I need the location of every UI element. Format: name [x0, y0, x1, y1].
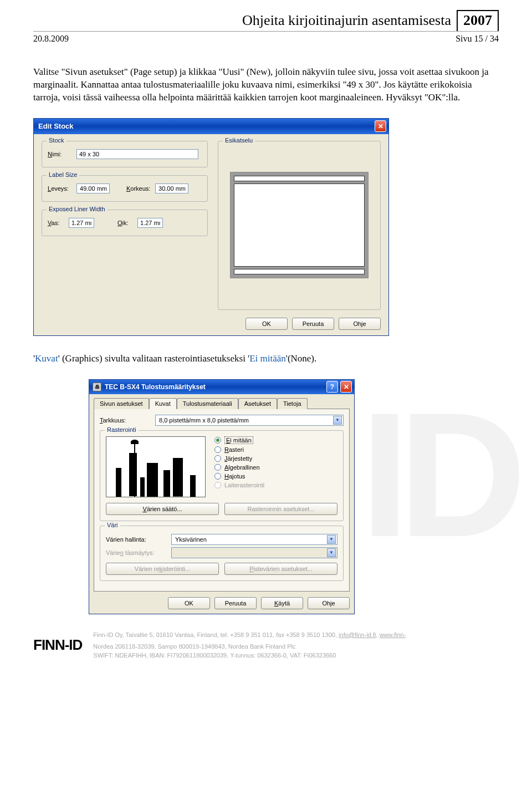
dialog-titlebar: Edit Stock ✕: [34, 119, 388, 134]
labelsize-legend: Label Size: [47, 171, 79, 178]
chevron-down-icon: ▼: [327, 548, 336, 557]
print-preferences-dialog: 🖶 TEC B-SX4 Tulostusmääritykset ? ✕ Sivu…: [89, 379, 355, 614]
dialog2-title: TEC B-SX4 Tulostusmääritykset: [105, 383, 206, 391]
leveys-input[interactable]: [76, 184, 110, 193]
pistevarien-asetukset-button: Pistevärien asetukset...: [224, 563, 337, 575]
label-size-group: Label Size Leveys: Korkeus:: [42, 175, 208, 202]
chevron-down-icon: ▼: [327, 535, 336, 544]
footer-www-link[interactable]: www.finn-: [380, 631, 406, 638]
radio-jarjestetty[interactable]: Järjestetty: [214, 455, 264, 462]
liner-group: Exposed Liner Width Vas: Oik:: [42, 210, 208, 236]
header-page: Sivu 15 / 34: [456, 34, 499, 44]
cancel-button[interactable]: Peruuta: [292, 318, 334, 330]
tab-sivun-asetukset[interactable]: Sivun asetukset: [94, 398, 149, 409]
oik-label: Oik:: [117, 220, 134, 226]
cancel-button[interactable]: Peruuta: [214, 597, 257, 609]
help-button[interactable]: Ohje: [308, 597, 350, 609]
help-button[interactable]: Ohje: [339, 318, 381, 330]
radio-algebrallinen[interactable]: Algebrallinen: [214, 464, 264, 471]
header-title: Ohjeita kirjoitinajurin asentamisesta: [242, 10, 457, 31]
vas-input[interactable]: [69, 218, 94, 228]
vari-legend: Väri: [105, 522, 120, 528]
nimi-label: Nimi:: [48, 151, 73, 157]
varien-tasmaytys-label: Värien täsmäytys:: [106, 549, 167, 556]
dialog-title: Edit Stock: [38, 122, 74, 130]
ei-mitaan-text: Ei mitään: [249, 353, 286, 364]
korkeus-input[interactable]: [155, 184, 188, 193]
header-year: 2007: [457, 10, 499, 31]
vari-group: Väri Värien hallinta: Yksivärinen ▼ Väri…: [100, 526, 344, 581]
tab-tulostusmateriaali[interactable]: Tulostusmateriaali: [177, 398, 238, 409]
paragraph-2: 'Kuvat' (Graphics) sivulta valitaan rast…: [33, 353, 499, 365]
tab-strip: Sivun asetukset Kuvat Tulostusmateriaali…: [94, 398, 350, 409]
stock-legend: Stock: [47, 137, 66, 144]
radio-ei-mitaan[interactable]: Ei mitään: [214, 436, 264, 444]
watermark: ID: [360, 373, 515, 577]
dialog2-titlebar: 🖶 TEC B-SX4 Tulostusmääritykset ? ✕: [89, 380, 354, 394]
close-icon[interactable]: ✕: [375, 120, 386, 132]
korkeus-label: Korkeus:: [126, 185, 152, 192]
finn-id-logo: FINN-ID: [33, 636, 82, 654]
varien-hallinta-select[interactable]: Yksivärinen ▼: [171, 534, 337, 545]
raster-legend: Rasterointi: [105, 426, 139, 433]
ok-button[interactable]: OK: [168, 597, 210, 609]
footer-email-link[interactable]: info@finn-id.fi: [339, 631, 376, 638]
page-footer: FINN-ID Finn-ID Oy, Taivaltie 5, 01610 V…: [33, 631, 499, 660]
nimi-input[interactable]: [76, 149, 198, 159]
vas-label: Vas:: [48, 220, 65, 226]
stock-group: Stock Nimi:: [42, 141, 208, 167]
varien-hallinta-label: Värien hallinta:: [106, 536, 167, 543]
contexthelp-icon[interactable]: ?: [326, 381, 338, 393]
radio-laiterasterointi: Laiterasterointi: [214, 482, 264, 488]
kuvat-text: Kuvat: [35, 353, 58, 364]
tab-tietoja[interactable]: Tietoja: [277, 398, 308, 409]
close-icon[interactable]: ✕: [340, 381, 352, 393]
preview-legend: Esikatselu: [223, 137, 255, 144]
varien-tasmaytys-select: ▼: [171, 547, 337, 558]
oik-input[interactable]: [137, 218, 163, 228]
tarkkuus-value: 8,0 pistettä/mm x 8,0 pistettä/mm: [159, 417, 249, 424]
chevron-down-icon: ▼: [333, 416, 342, 425]
page-header: Ohjeita kirjoitinajurin asentamisesta 20…: [33, 10, 499, 32]
sub-header: 20.8.2009 Sivu 15 / 34: [33, 34, 499, 44]
liner-legend: Exposed Liner Width: [47, 206, 108, 212]
tab-kuvat[interactable]: Kuvat: [149, 398, 177, 409]
leveys-label: Leveys:: [48, 185, 73, 192]
tarkkuus-label: Tarkkuus:: [100, 417, 150, 424]
edit-stock-dialog: Edit Stock ✕ Stock Nimi: Label Size: [33, 118, 389, 336]
varien-rekisterointi-button: Värien rekisteröinti...: [106, 563, 219, 575]
ok-button[interactable]: OK: [245, 318, 288, 330]
printer-icon: 🖶: [93, 383, 101, 391]
tab-asetukset[interactable]: Asetukset: [238, 398, 277, 409]
paragraph-1: Valitse "Sivun asetukset" (Page setup) j…: [33, 66, 499, 104]
varien-saato-button[interactable]: Värien säätö...: [106, 503, 219, 515]
raster-radio-group: Ei mitään Rasteri Järjestetty Algebralli…: [214, 436, 264, 497]
rasteroinnin-asetukset-button: Rasteroinnin asetukset...: [224, 503, 337, 515]
raster-preview-image: [106, 436, 206, 497]
radio-rasteri[interactable]: Rasteri: [214, 446, 264, 453]
label-preview: [224, 147, 375, 304]
preview-group: Esikatselu: [218, 141, 381, 310]
rasterointi-group: Rasterointi Ei mitään Rasteri Järjestett…: [100, 430, 344, 521]
footer-text: Finn-ID Oy, Taivaltie 5, 01610 Vantaa, F…: [93, 631, 406, 660]
radio-hajotus[interactable]: Hajotus: [214, 473, 264, 480]
header-date: 20.8.2009: [33, 34, 69, 44]
tarkkuus-select[interactable]: 8,0 pistettä/mm x 8,0 pistettä/mm ▼: [155, 415, 344, 426]
apply-button[interactable]: Käytä: [261, 597, 303, 609]
